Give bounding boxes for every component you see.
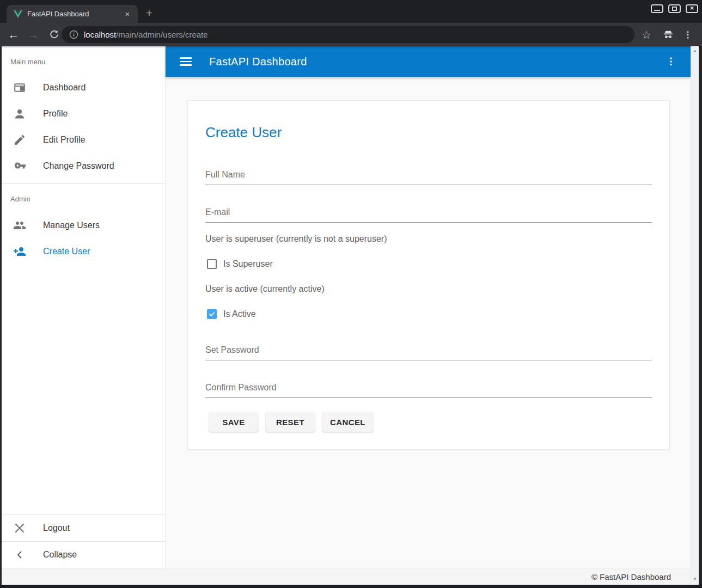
maximize-button[interactable] bbox=[668, 4, 681, 13]
key-icon bbox=[13, 160, 26, 173]
vue-favicon-icon bbox=[14, 10, 22, 18]
copyright-text: © FastAPI Dashboard bbox=[591, 572, 671, 581]
is-superuser-row[interactable]: Is Superuser bbox=[207, 259, 652, 270]
reset-button[interactable]: RESET bbox=[266, 412, 315, 432]
minimize-button[interactable] bbox=[651, 4, 663, 13]
main-content: FastAPI Dashboard Create User User is su… bbox=[166, 46, 691, 568]
close-icon bbox=[13, 522, 26, 535]
is-active-checkbox[interactable] bbox=[207, 309, 217, 319]
scrollbar-down-icon[interactable]: ▼ bbox=[691, 577, 699, 581]
superuser-note: User is superuser (currently is not a su… bbox=[205, 234, 652, 244]
sidebar-item-change-password[interactable]: Change Password bbox=[2, 153, 165, 179]
dashboard-icon bbox=[13, 81, 26, 94]
window-frame-bottom bbox=[0, 585, 702, 588]
incognito-icon bbox=[660, 23, 677, 46]
app-bar-title: FastAPI Dashboard bbox=[209, 56, 664, 68]
scrollbar-up-icon[interactable]: ▲ bbox=[691, 48, 699, 53]
browser-menu-icon[interactable] bbox=[679, 23, 697, 46]
sidebar-spacer bbox=[2, 265, 165, 510]
bookmark-star-icon[interactable]: ☆ bbox=[638, 23, 655, 46]
save-button[interactable]: SAVE bbox=[209, 412, 258, 432]
pencil-icon bbox=[13, 133, 26, 146]
sidebar-item-label: Dashboard bbox=[43, 83, 86, 93]
chevron-left-icon bbox=[13, 548, 26, 561]
app-bar: FastAPI Dashboard bbox=[166, 46, 691, 77]
sidebar: Main menu Dashboard Profile Edit Profile… bbox=[2, 46, 166, 568]
browser-toolbar: ← → localhost/main/admin/users/create ☆ bbox=[0, 23, 702, 46]
email-input[interactable] bbox=[205, 207, 652, 223]
sidebar-item-label: Profile bbox=[43, 109, 68, 119]
tab-title: FastAPI Dashboard bbox=[27, 10, 123, 18]
sidebar-item-label: Logout bbox=[43, 523, 70, 533]
browser-titlebar: FastAPI Dashboard × + × bbox=[0, 0, 702, 23]
page-title: Create User bbox=[205, 124, 652, 140]
sidebar-item-logout[interactable]: Logout bbox=[2, 515, 165, 541]
sidebar-item-label: Collapse bbox=[43, 550, 77, 560]
is-superuser-checkbox[interactable] bbox=[207, 259, 217, 269]
confirm-password-input[interactable] bbox=[205, 383, 652, 398]
full-name-input[interactable] bbox=[205, 170, 652, 185]
close-window-button[interactable]: × bbox=[686, 4, 698, 13]
sidebar-item-collapse[interactable]: Collapse bbox=[2, 542, 165, 568]
sidebar-item-label: Edit Profile bbox=[43, 135, 85, 145]
window-frame-right bbox=[699, 46, 702, 588]
is-active-label: Is Active bbox=[223, 309, 256, 319]
page-scrollbar[interactable]: ▲ ▼ bbox=[691, 46, 699, 585]
person-icon bbox=[13, 107, 26, 120]
sidebar-section-main-menu: Main menu bbox=[10, 58, 165, 66]
new-tab-button[interactable]: + bbox=[143, 7, 156, 20]
create-user-card: Create User User is superuser (currently… bbox=[187, 100, 670, 450]
form-actions: SAVE RESET CANCEL bbox=[205, 412, 652, 432]
forward-button: → bbox=[24, 23, 42, 46]
hamburger-menu-icon[interactable] bbox=[180, 55, 193, 68]
app-bar-menu-icon[interactable] bbox=[664, 55, 677, 68]
sidebar-item-dashboard[interactable]: Dashboard bbox=[2, 75, 165, 101]
sidebar-item-create-user[interactable]: Create User bbox=[2, 238, 165, 265]
window-controls: × bbox=[651, 4, 698, 13]
url-path: /main/admin/users/create bbox=[116, 30, 207, 39]
page-footer: © FastAPI Dashboard bbox=[2, 568, 691, 585]
sidebar-item-label: Manage Users bbox=[43, 220, 100, 230]
back-button[interactable]: ← bbox=[4, 23, 23, 46]
active-note: User is active (currently active) bbox=[205, 284, 652, 295]
address-bar[interactable]: localhost/main/admin/users/create bbox=[62, 26, 634, 43]
tab-close-icon[interactable]: × bbox=[123, 9, 132, 19]
cancel-button[interactable]: CANCEL bbox=[322, 412, 373, 432]
url-host: localhost bbox=[84, 30, 116, 39]
sidebar-section-admin: Admin bbox=[10, 195, 165, 204]
browser-tab[interactable]: FastAPI Dashboard × bbox=[7, 5, 138, 23]
sidebar-divider bbox=[2, 183, 165, 184]
sidebar-item-label: Change Password bbox=[43, 161, 114, 171]
is-active-row[interactable]: Is Active bbox=[207, 309, 652, 320]
refresh-button[interactable] bbox=[45, 23, 63, 46]
sidebar-item-manage-users[interactable]: Manage Users bbox=[2, 212, 165, 238]
set-password-input[interactable] bbox=[205, 345, 652, 360]
sidebar-item-profile[interactable]: Profile bbox=[2, 101, 165, 127]
site-info-icon[interactable] bbox=[69, 30, 78, 39]
group-icon bbox=[13, 219, 26, 232]
sidebar-item-label: Create User bbox=[43, 247, 90, 256]
is-superuser-label: Is Superuser bbox=[223, 259, 273, 269]
person-add-icon bbox=[13, 245, 26, 258]
sidebar-item-edit-profile[interactable]: Edit Profile bbox=[2, 127, 165, 153]
